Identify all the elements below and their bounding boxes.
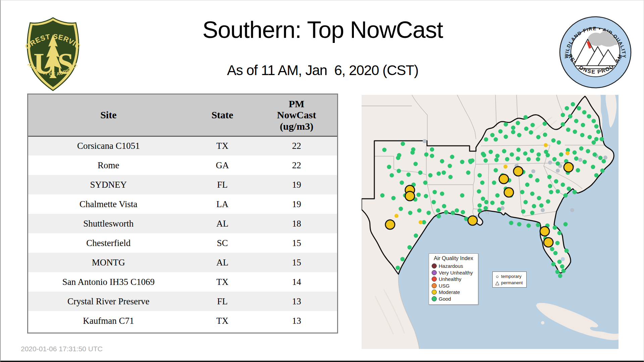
- site-marker-good: [516, 157, 520, 161]
- site-marker-good: [516, 121, 520, 125]
- site-marker-good: [396, 266, 400, 270]
- site-marker-good: [511, 130, 516, 134]
- site-marker-good: [470, 159, 475, 163]
- site-marker-good: [517, 148, 521, 152]
- table-cell: 15: [256, 233, 337, 253]
- table-cell: TX: [189, 136, 256, 156]
- site-marker-good: [408, 211, 413, 215]
- site-marker-good: [561, 113, 565, 117]
- site-marker-good: [537, 196, 541, 200]
- site-marker-good: [574, 119, 579, 123]
- aqi-legend-item: Hazardous: [431, 263, 476, 269]
- site-marker-moderate-temporary: [564, 163, 573, 172]
- site-marker-good: [567, 187, 571, 191]
- site-marker-good: [484, 200, 489, 204]
- isle-of-youth: [541, 321, 544, 324]
- site-marker-good: [552, 157, 557, 162]
- site-marker-good: [596, 130, 601, 134]
- table-row: Corsicana C1051TX22: [28, 136, 337, 156]
- site-marker-good: [442, 171, 446, 175]
- site-marker-good: [414, 162, 418, 166]
- site-marker-good: [543, 122, 547, 126]
- table-cell: 19: [256, 175, 337, 194]
- site-marker-good: [411, 150, 415, 155]
- site-marker-good: [565, 249, 569, 253]
- site-marker-good: [561, 183, 565, 187]
- site-marker-good: [511, 126, 516, 130]
- permanent-label: permanent: [501, 280, 523, 285]
- symbol-legend-temporary: ○ temporary: [495, 273, 524, 280]
- table-row: San Antonio IH35 C1069TX14: [28, 272, 337, 292]
- aqi-legend-items: HazardousVery UnhealthyUnhealthyUSGModer…: [431, 263, 476, 302]
- site-marker-good: [536, 157, 540, 162]
- aqi-legend-title: Air Quality Index: [431, 255, 476, 261]
- site-marker-good: [557, 140, 561, 145]
- site-marker-moderate-temporary: [405, 191, 415, 201]
- table-cell: SC: [189, 233, 256, 253]
- site-marker-good: [414, 234, 418, 238]
- site-marker-good: [581, 123, 585, 127]
- table-cell: TX: [189, 311, 256, 330]
- site-marker-good: [557, 260, 562, 264]
- table-cell: Shuttlesworth: [28, 214, 189, 233]
- table-cell: 14: [256, 272, 337, 292]
- site-marker-good: [547, 175, 552, 179]
- site-marker-good: [495, 193, 500, 198]
- table-cell: San Antonio IH35 C1069: [28, 272, 189, 292]
- site-marker-good: [400, 181, 404, 185]
- table-cell: 22: [256, 136, 337, 156]
- site-marker-good: [466, 171, 471, 175]
- site-marker-good: [461, 210, 465, 215]
- site-marker-good: [390, 173, 394, 178]
- site-marker-good: [530, 149, 534, 153]
- site-marker-good: [524, 127, 529, 131]
- table-row: SYDNEYFL19: [28, 175, 337, 194]
- site-marker-good: [418, 171, 423, 175]
- aqi-legend-item: USG: [431, 283, 476, 289]
- aqi-legend-label: Unhealthy: [439, 276, 462, 282]
- site-marker-good: [497, 207, 501, 212]
- site-marker-good: [565, 106, 569, 111]
- site-marker-good: [555, 270, 560, 274]
- site-marker-good: [551, 262, 556, 266]
- nowcast-table: Site State PM NowCast (ug/m3) Corsicana …: [28, 95, 337, 330]
- site-marker-good: [564, 222, 568, 227]
- site-marker-good: [583, 160, 587, 164]
- site-marker-good: [556, 189, 560, 194]
- site-marker-good: [478, 208, 482, 213]
- site-marker-good: [553, 226, 557, 230]
- site-marker-good: [530, 192, 535, 196]
- page-subtitle: As of 11 AM, Jan 6, 2020 (CST): [121, 62, 524, 78]
- site-marker-good: [490, 133, 495, 137]
- table-cell: 13: [256, 311, 337, 330]
- site-marker-good: [549, 190, 553, 194]
- site-marker-moderate: [566, 151, 570, 155]
- site-marker-good: [444, 210, 448, 215]
- site-marker-good: [548, 184, 552, 188]
- column-header-pm-nowcast: PM NowCast (ug/m3): [256, 95, 337, 136]
- site-marker-good: [481, 152, 485, 156]
- site-marker-good: [478, 173, 482, 178]
- site-marker-good: [440, 159, 444, 164]
- site-marker-good: [484, 206, 488, 210]
- site-marker-good: [505, 157, 509, 162]
- site-marker-good: [582, 110, 587, 115]
- temporary-circle-icon: ○: [495, 274, 500, 279]
- site-marker-good: [600, 137, 604, 141]
- site-marker-good: [424, 194, 428, 198]
- site-marker-good: [492, 181, 496, 185]
- site-marker-good: [536, 223, 540, 227]
- site-marker-good: [571, 102, 575, 107]
- table-cell: GA: [189, 156, 256, 175]
- site-marker-moderate-temporary: [514, 167, 523, 176]
- site-marker-good: [520, 190, 525, 194]
- site-marker-good: [391, 196, 396, 200]
- lake-okeechobee: [561, 257, 565, 261]
- temporary-label: temporary: [501, 274, 522, 279]
- table-cell: Chalmette Vista: [28, 194, 189, 214]
- generated-timestamp: 2020-01-06 17:31:50 UTC: [21, 345, 103, 353]
- column-header-site: Site: [28, 95, 189, 136]
- site-marker-good: [460, 160, 465, 164]
- site-marker-inactive: [603, 156, 607, 160]
- site-marker-good: [554, 179, 558, 184]
